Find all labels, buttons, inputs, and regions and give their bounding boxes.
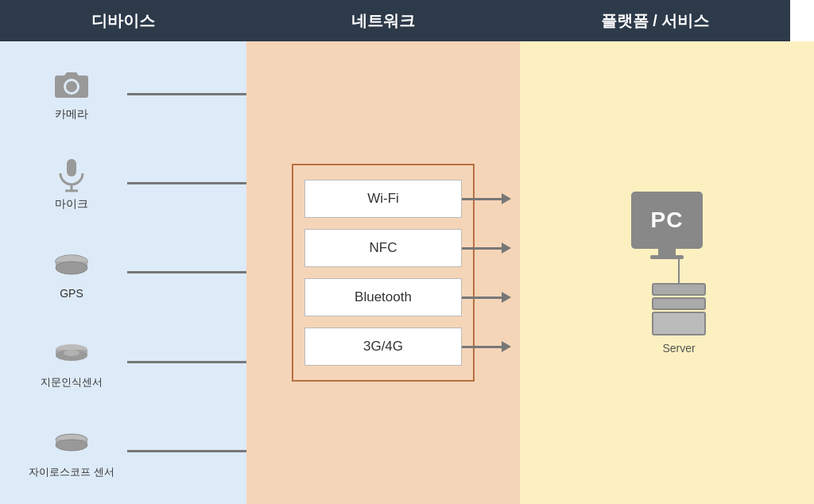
svg-point-10 <box>64 350 79 356</box>
camera-icon <box>52 66 91 104</box>
network-cell-nfc: NFC <box>304 229 462 267</box>
device-item-gyro: 자이로스코프 센서 <box>0 416 246 487</box>
svg-point-6 <box>56 262 87 274</box>
gyro-icon <box>52 424 91 462</box>
header-platform: 플랫폼 / 서비스 <box>520 0 790 41</box>
device-item-mic: 마이크 <box>0 148 246 219</box>
device-item-camera: 카메라 <box>0 58 246 130</box>
server-group: Server <box>652 283 706 355</box>
server-label: Server <box>662 342 695 355</box>
3g4g-right-connector <box>462 341 511 352</box>
gyro-label: 자이로스코프 센서 <box>29 465 114 479</box>
network-box: Wi-Fi NFC <box>292 164 475 382</box>
bluetooth-arrowhead <box>502 292 511 303</box>
svg-rect-0 <box>67 159 76 176</box>
main-content: 카메라 마이크 <box>0 41 814 504</box>
3g4g-arrowhead <box>502 341 511 352</box>
platform-column: PC Server <box>520 41 814 504</box>
network-cell-wifi: Wi-Fi <box>304 180 462 218</box>
network-row-wifi: Wi-Fi <box>304 180 462 218</box>
header-network-label: 네트워크 <box>351 10 415 32</box>
nfc-arrowhead <box>502 242 511 254</box>
header-device-label: 디바이스 <box>91 10 155 32</box>
pc-group: PC <box>631 192 703 259</box>
gps-label: GPS <box>60 287 83 300</box>
network-row-nfc: NFC <box>304 229 462 267</box>
pc-stand <box>658 249 676 255</box>
bluetooth-right-connector <box>462 292 511 303</box>
device-item-gps: GPS <box>0 237 246 308</box>
camera-connector <box>127 93 246 95</box>
network-row-3g4g: 3G/4G <box>304 328 462 366</box>
fingerprint-connector <box>127 361 246 363</box>
nfc-right-connector <box>462 242 511 254</box>
server-body <box>652 312 706 335</box>
header-row: 디바이스 네트워크 플랫폼 / 서비스 <box>0 0 814 41</box>
header-device: 디바이스 <box>0 0 246 41</box>
pc-server-line <box>678 259 680 283</box>
wifi-right-connector <box>462 193 511 204</box>
camera-label: 카메라 <box>55 107 88 122</box>
mic-label: 마이크 <box>55 197 88 211</box>
network-row-bluetooth: Bluetooth <box>304 278 462 316</box>
pc-icon: PC <box>631 192 703 249</box>
network-column: Wi-Fi NFC <box>246 41 520 504</box>
mic-icon <box>52 156 91 194</box>
header-network: 네트워크 <box>246 0 520 41</box>
device-item-fingerprint: 지문인식센서 <box>0 326 246 397</box>
gps-icon <box>52 246 91 284</box>
fingerprint-label: 지문인식센서 <box>41 375 103 390</box>
network-cell-bluetooth: Bluetooth <box>304 278 462 316</box>
server-disk-1 <box>652 283 706 296</box>
mic-connector <box>127 182 246 184</box>
device-column: 카메라 마이크 <box>0 41 246 504</box>
fingerprint-icon <box>52 334 91 372</box>
network-cell-3g4g: 3G/4G <box>304 328 462 366</box>
server-disk-2 <box>652 297 706 310</box>
svg-point-13 <box>56 440 87 451</box>
wifi-arrowhead <box>502 193 511 204</box>
gps-connector <box>127 271 246 273</box>
gyro-connector <box>127 450 246 452</box>
platform-group: PC Server <box>628 192 706 355</box>
diagram-wrapper: 디바이스 네트워크 플랫폼 / 서비스 카메라 <box>0 0 814 504</box>
header-platform-label: 플랫폼 / 서비스 <box>601 10 710 32</box>
